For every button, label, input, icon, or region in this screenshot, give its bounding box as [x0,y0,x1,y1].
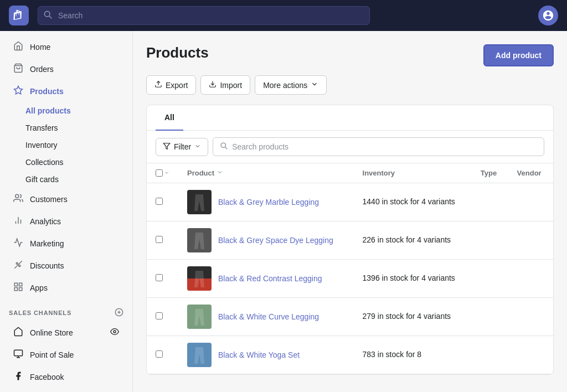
sidebar-item-orders[interactable]: Orders [4,58,128,80]
table-row: Black & Grey Marble Legging1440 in stock… [147,183,553,221]
table-header-vendor: Vendor [508,163,553,183]
svg-point-26 [221,143,225,147]
svg-rect-29 [187,228,212,252]
product-name-link[interactable]: Black & White Curve Legging [218,312,319,321]
table-row: Black & Red Contrast Legging1396 in stoc… [147,260,553,298]
product-name-link[interactable]: Black & Grey Space Dye Legging [218,236,333,245]
svg-rect-32 [187,305,212,329]
table-header-row: Product Inventory [147,163,553,183]
product-cell: Black & Grey Space Dye Legging [187,228,345,252]
import-icon [209,80,217,90]
svg-marker-3 [14,86,23,94]
sidebar-item-transfers[interactable]: Transfers [25,120,128,136]
row-checkbox-2[interactable] [156,274,163,281]
product-thumbnail [187,228,212,252]
sidebar-item-apps-label: Apps [30,283,48,292]
sidebar-item-collections[interactable]: Collections [25,154,128,171]
search-input[interactable] [38,6,370,25]
export-button[interactable]: Export [146,75,196,95]
filter-button[interactable]: Filter [156,138,208,156]
more-actions-button[interactable]: More actions [255,75,327,95]
facebook-icon [13,371,23,383]
sidebar-item-facebook[interactable]: Facebook [4,366,128,388]
sidebar-item-home[interactable]: Home [4,36,128,58]
products-submenu: All products Transfers Inventory Collect… [0,102,132,188]
table-header-product[interactable]: Product [178,163,354,183]
svg-point-17 [114,331,116,333]
product-inventory: 1440 in stock for 4 variants [354,183,472,221]
apps-icon [13,282,23,293]
product-vendor [508,260,553,298]
svg-rect-28 [187,190,212,214]
sidebar-item-apps[interactable]: Apps [4,277,128,298]
export-icon [154,80,162,90]
svg-point-4 [16,194,19,198]
svg-rect-12 [19,288,22,291]
sidebar-item-marketing[interactable]: Marketing [4,233,128,254]
sales-channels-section-title: SALES CHANNELS [0,299,132,321]
page-actions: Export Import More actions [146,75,554,95]
sidebar-item-discounts-label: Discounts [30,261,64,270]
product-name-link[interactable]: Black & Red Contrast Legging [218,274,322,283]
main-content: Products Add product Export [133,31,567,392]
sidebar-item-amazon[interactable]: Amazon [4,388,128,392]
table-header-select-all [147,163,178,183]
filter-chevron-icon [194,142,201,151]
page-title: Products [146,44,209,61]
products-icon [13,85,23,97]
sidebar-item-analytics[interactable]: Analytics [4,210,128,232]
product-inventory: 226 in stock for 4 variants [354,221,472,260]
row-checkbox-1[interactable] [156,236,163,243]
tab-all[interactable]: All [156,105,183,131]
avatar[interactable] [538,6,558,25]
product-cell: Black & White Yoga Set [187,343,345,367]
product-type [472,221,508,260]
filter-icon [163,142,171,152]
page-header: Products Add product [146,44,554,66]
search-products-icon [220,142,228,152]
shopify-logo[interactable] [9,6,29,25]
online-store-visibility-icon[interactable] [110,327,119,338]
svg-line-27 [225,147,228,149]
sidebar-item-customers[interactable]: Customers [4,188,128,210]
sidebar-item-products[interactable]: Products [4,80,128,102]
table-header-inventory: Inventory [354,163,472,183]
chevron-down-icon [311,80,318,90]
row-checkbox-4[interactable] [156,350,163,358]
top-navigation [0,0,567,31]
svg-rect-18 [14,350,23,356]
sidebar-item-online-store[interactable]: Online Store [4,322,128,343]
row-checkbox-3[interactable] [156,312,163,319]
product-cell: Black & White Curve Legging [187,305,345,329]
product-thumbnail [187,305,212,329]
add-product-button[interactable]: Add product [483,44,554,66]
search-products-input[interactable] [232,142,537,151]
select-all-chevron[interactable] [164,169,169,177]
svg-rect-11 [19,283,22,286]
row-checkbox-0[interactable] [156,198,163,205]
product-vendor [508,298,553,336]
sidebar-item-point-of-sale[interactable]: Point of Sale [4,344,128,365]
sidebar-item-analytics-label: Analytics [30,217,61,226]
svg-rect-13 [14,288,17,291]
add-channel-icon[interactable] [115,308,123,318]
customers-icon [13,193,23,205]
product-vendor [508,336,553,374]
sidebar-item-inventory[interactable]: Inventory [25,137,128,153]
table-row: Black & White Yoga Set783 in stock for 8 [147,336,553,374]
import-button[interactable]: Import [200,75,250,95]
select-all-checkbox[interactable] [156,169,163,177]
product-cell: Black & Grey Marble Legging [187,190,345,214]
product-name-link[interactable]: Black & Grey Marble Legging [218,198,319,207]
sidebar-item-discounts[interactable]: Discounts [4,255,128,276]
table-row: Black & Grey Space Dye Legging226 in sto… [147,221,553,260]
product-inventory: 1396 in stock for 4 variants [354,260,472,298]
product-name-link[interactable]: Black & White Yoga Set [218,350,300,359]
sort-icon [217,169,223,177]
sidebar-item-all-products[interactable]: All products [25,102,128,119]
table-row: Black & White Curve Legging279 in stock … [147,298,553,336]
sidebar-item-gift-cards[interactable]: Gift cards [25,171,128,188]
product-thumbnail [187,343,212,367]
home-icon [13,41,23,53]
search-bar [38,6,370,25]
